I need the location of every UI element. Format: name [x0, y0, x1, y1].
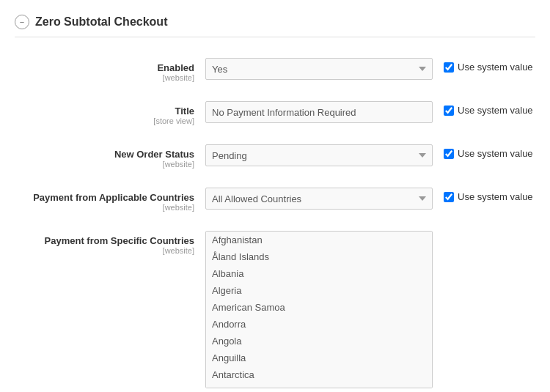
enabled-select[interactable]: Yes No: [205, 58, 433, 80]
title-use-system-checkbox[interactable]: [444, 106, 454, 116]
new-order-status-control: Pending Processing: [205, 144, 433, 166]
payment-specific-control: AfghanistanÅland IslandsAlbaniaAlgeriaAm…: [205, 231, 433, 388]
title-row: Title [store view] Use system value: [15, 95, 535, 131]
new-order-status-use-system-label[interactable]: Use system value: [444, 148, 533, 159]
page-container: − Zero Subtotal Checkout Enabled [websit…: [0, 0, 550, 392]
payment-applicable-select[interactable]: All Allowed Countries Specific Countries: [205, 188, 433, 210]
enabled-use-system-label[interactable]: Use system value: [444, 62, 533, 73]
section-title: Zero Subtotal Checkout: [35, 15, 167, 29]
enabled-use-system-checkbox[interactable]: [444, 62, 454, 73]
enabled-options: Use system value: [444, 58, 533, 73]
payment-applicable-use-system-checkbox[interactable]: [444, 192, 454, 202]
new-order-status-row: New Order Status [website] Pending Proce…: [15, 138, 535, 174]
payment-specific-label: Payment from Specific Countries [website…: [15, 231, 205, 255]
payment-applicable-options: Use system value: [444, 188, 533, 202]
payment-applicable-control: All Allowed Countries Specific Countries: [205, 188, 433, 210]
new-order-status-options: Use system value: [444, 144, 533, 159]
enabled-label: Enabled [website]: [15, 58, 205, 82]
collapse-icon[interactable]: −: [15, 15, 29, 29]
enabled-control: Yes No: [205, 58, 433, 80]
title-use-system-label[interactable]: Use system value: [444, 105, 533, 116]
title-label: Title [store view]: [15, 101, 205, 125]
enabled-row: Enabled [website] Yes No Use system valu…: [15, 52, 535, 88]
payment-applicable-use-system-label[interactable]: Use system value: [444, 191, 533, 202]
payment-applicable-label: Payment from Applicable Countries [websi…: [15, 188, 205, 212]
new-order-status-label: New Order Status [website]: [15, 144, 205, 169]
title-input[interactable]: [205, 101, 433, 123]
payment-applicable-row: Payment from Applicable Countries [websi…: [15, 182, 535, 218]
payment-specific-multiselect[interactable]: AfghanistanÅland IslandsAlbaniaAlgeriaAm…: [205, 231, 433, 388]
title-options: Use system value: [444, 101, 533, 116]
new-order-status-select[interactable]: Pending Processing: [205, 144, 433, 166]
section-header: − Zero Subtotal Checkout: [15, 15, 535, 37]
title-control: [205, 101, 433, 123]
payment-specific-row: Payment from Specific Countries [website…: [15, 225, 535, 392]
new-order-status-use-system-checkbox[interactable]: [444, 149, 454, 159]
